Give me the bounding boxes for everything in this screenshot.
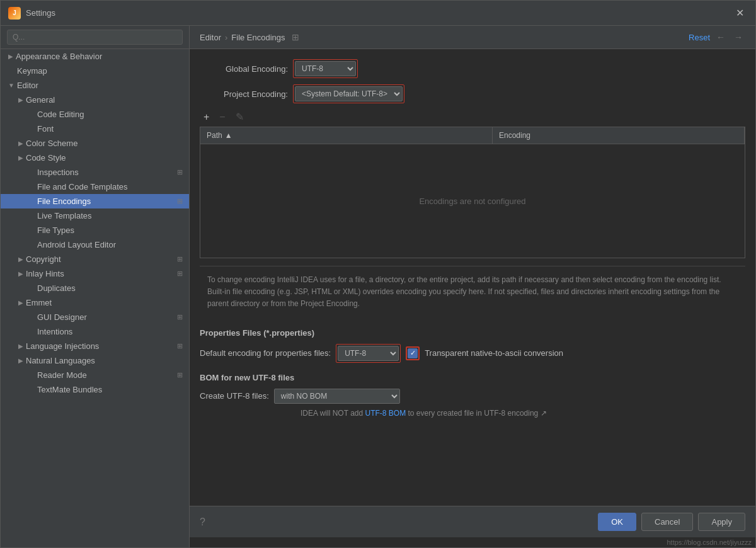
sidebar-label-file-types: File Types [37,225,74,235]
sidebar-label-font: Font [37,124,54,134]
sidebar: ▶Appearance & BehaviorKeymap▼Editor▶Gene… [1,26,190,547]
sidebar-label-general: General [26,95,55,105]
sidebar-item-language-injections[interactable]: ▶Language Injections⊞ [1,339,189,353]
sidebar-label-intentions: Intentions [37,327,72,336]
close-button[interactable]: ✕ [732,6,748,20]
sidebar-item-code-editing[interactable]: Code Editing [1,107,189,122]
default-encoding-label: Default encoding for properties files: [200,348,331,358]
apply-button[interactable]: Apply [698,513,745,531]
transparent-label: Transparent native-to-ascii conversion [425,348,563,358]
remove-encoding-button[interactable]: − [215,110,229,124]
global-encoding-row: Global Encoding: UTF-8 UTF-16 ISO-8859-1 [200,59,745,78]
sidebar-item-file-code-templates[interactable]: File and Code Templates [1,180,189,194]
sidebar-pin-copyright: ⊞ [177,255,183,263]
sidebar-item-intentions[interactable]: Intentions [1,324,189,339]
pin-icon[interactable]: ⊞ [292,32,299,42]
bom-note: IDEA will NOT add UTF-8 BOM to every cre… [200,409,745,418]
sidebar-item-inspections[interactable]: Inspections⊞ [1,165,189,180]
breadcrumb-editor: Editor [200,33,221,42]
sidebar-item-color-scheme[interactable]: ▶Color Scheme [1,136,189,151]
sidebar-arrow-code-style: ▶ [18,154,23,161]
properties-encoding-wrapper: UTF-8 UTF-16 ISO-8859-1 [336,344,401,363]
edit-encoding-button[interactable]: ✎ [232,110,248,124]
sidebar-item-gui-designer[interactable]: GUI Designer⊞ [1,310,189,324]
sidebar-item-live-templates[interactable]: Live Templates [1,208,189,223]
table-header: Path ▲ Encoding [200,127,745,144]
global-encoding-select[interactable]: UTF-8 UTF-16 ISO-8859-1 [295,61,356,76]
ok-button[interactable]: OK [598,513,636,531]
sidebar-item-copyright[interactable]: ▶Copyright⊞ [1,252,189,266]
sidebar-item-natural-languages[interactable]: ▶Natural Languages [1,353,189,368]
sidebar-label-inlay-hints: Inlay Hints [26,269,64,278]
create-utf8-label: Create UTF-8 files: [200,391,269,401]
project-encoding-select[interactable]: <System Default: UTF-8> UTF-8 UTF-16 [295,86,403,101]
bom-link[interactable]: UTF-8 BOM [365,409,406,418]
dialog-footer: ? OK Cancel Apply [190,506,755,537]
add-encoding-button[interactable]: + [200,110,213,124]
sidebar-pin-inspections: ⊞ [177,168,183,176]
search-bar [1,26,189,49]
watermark: https://blog.csdn.net/jiyuzzz [190,537,755,547]
help-button[interactable]: ? [200,517,205,528]
sidebar-label-live-templates: Live Templates [37,211,91,220]
properties-section-title: Properties Files (*.properties) [200,328,745,338]
global-encoding-label: Global Encoding: [200,64,288,74]
sidebar-item-file-encodings[interactable]: File Encodings⊞ [1,194,189,208]
sidebar-item-reader-mode[interactable]: Reader Mode⊞ [1,368,189,382]
sidebar-item-editor[interactable]: ▼Editor [1,78,189,93]
sidebar-item-textmate-bundles[interactable]: TextMate Bundles [1,382,189,397]
sidebar-item-android-layout[interactable]: Android Layout Editor [1,237,189,252]
encoding-toolbar: + − ✎ [200,110,745,124]
sidebar-label-editor: Editor [17,81,38,90]
sidebar-item-code-style[interactable]: ▶Code Style [1,151,189,165]
sidebar-arrow-inlay-hints: ▶ [18,270,23,277]
properties-encoding-row: Default encoding for properties files: U… [200,344,745,363]
sidebar-label-appearance: Appearance & Behavior [16,52,102,61]
reset-button[interactable]: Reset [689,33,710,42]
transparent-checkbox[interactable] [408,348,418,358]
sidebar-arrow-emmet: ▶ [18,299,23,306]
forward-button[interactable]: → [731,32,745,42]
bom-note-prefix: IDEA will NOT add [301,409,365,418]
sidebar-item-font[interactable]: Font [1,122,189,136]
search-input[interactable] [7,30,183,45]
encodings-table: Path ▲ Encoding Encodings are not config… [200,127,745,258]
sidebar-item-emmet[interactable]: ▶Emmet [1,295,189,310]
bom-section: BOM for new UTF-8 files Create UTF-8 fil… [200,373,745,418]
info-text: To change encoding IntelliJ IDEA uses fo… [200,266,745,318]
sidebar-pin-inlay-hints: ⊞ [177,270,183,278]
create-utf8-select[interactable]: with NO BOM with BOM [274,389,400,404]
sidebar-item-general[interactable]: ▶General [1,93,189,107]
breadcrumb-sep: › [225,33,227,42]
sidebar-arrow-natural-languages: ▶ [18,357,23,364]
sidebar-label-file-encodings: File Encodings [37,197,91,206]
sidebar-label-code-editing: Code Editing [37,110,84,119]
sidebar-item-file-types[interactable]: File Types [1,223,189,237]
sidebar-label-gui-designer: GUI Designer [37,312,87,322]
properties-encoding-select[interactable]: UTF-8 UTF-16 ISO-8859-1 [338,346,399,361]
sidebar-label-textmate-bundles: TextMate Bundles [37,385,102,394]
sidebar-pin-file-encodings: ⊞ [177,197,183,205]
sidebar-item-appearance[interactable]: ▶Appearance & Behavior [1,49,189,64]
global-encoding-wrapper: UTF-8 UTF-16 ISO-8859-1 [293,59,358,78]
sidebar-label-inspections: Inspections [37,168,79,177]
back-button[interactable]: ← [714,32,728,42]
breadcrumb: Editor › File Encodings ⊞ Reset ← → [190,26,755,49]
breadcrumb-current: File Encodings [231,33,285,42]
sidebar-label-reader-mode: Reader Mode [37,370,87,380]
title-bar: J Settings ✕ [1,1,755,26]
sidebar-label-duplicates: Duplicates [37,283,76,293]
table-empty-message: Encodings are not configured [200,144,745,258]
project-encoding-row: Project Encoding: <System Default: UTF-8… [200,84,745,103]
cancel-button[interactable]: Cancel [641,513,693,531]
sidebar-arrow-copyright: ▶ [18,256,23,263]
project-encoding-wrapper: <System Default: UTF-8> UTF-8 UTF-16 [293,84,404,103]
sidebar-item-inlay-hints[interactable]: ▶Inlay Hints⊞ [1,266,189,281]
sidebar-item-keymap[interactable]: Keymap [1,64,189,78]
content-area: ▶Appearance & BehaviorKeymap▼Editor▶Gene… [1,26,755,547]
app-icon: J [8,7,21,20]
sidebar-label-language-injections: Language Injections [26,341,99,351]
sidebar-item-duplicates[interactable]: Duplicates [1,281,189,295]
bom-row: Create UTF-8 files: with NO BOM with BOM [200,389,745,404]
sidebar-label-keymap: Keymap [17,66,47,76]
